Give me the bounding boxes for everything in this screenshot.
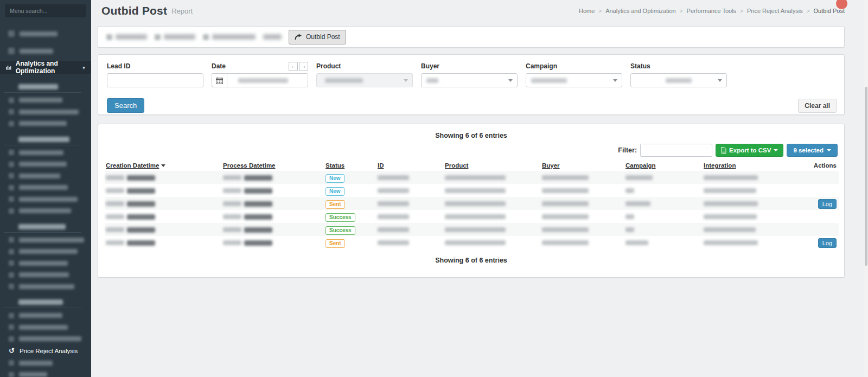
column-header-process-datetime[interactable]: Process Datetime bbox=[222, 160, 324, 171]
table-filter-input[interactable] bbox=[640, 144, 712, 157]
results-panel: Showing 6 of 6 entries Filter: Export to… bbox=[98, 124, 845, 278]
sidebar-item-redacted[interactable] bbox=[0, 42, 91, 60]
sidebar-item-redacted[interactable] bbox=[0, 194, 91, 206]
cell-process-datetime bbox=[222, 184, 324, 197]
redacted-text bbox=[19, 150, 63, 155]
column-header-buyer[interactable]: Buyer bbox=[541, 160, 624, 171]
redacted-text bbox=[127, 227, 155, 233]
sidebar-item-redacted[interactable] bbox=[0, 333, 91, 345]
sidebar-item-redacted[interactable] bbox=[0, 94, 91, 106]
calendar-addon[interactable] bbox=[212, 73, 227, 87]
table-toolbar: Filter: Export to CSV 9 selected bbox=[105, 144, 838, 157]
redacted-text bbox=[127, 214, 155, 220]
redacted-text bbox=[704, 227, 756, 232]
date-range-input[interactable] bbox=[227, 73, 308, 87]
sidebar-item-redacted[interactable] bbox=[0, 246, 91, 258]
redacted-text bbox=[244, 201, 272, 207]
breadcrumb-analytics[interactable]: Analytics and Optimization bbox=[605, 8, 676, 14]
scrollbar-thumb[interactable] bbox=[865, 87, 867, 266]
search-button[interactable]: Search bbox=[107, 98, 144, 113]
page-subtitle: Report bbox=[171, 7, 193, 15]
caret-down-icon bbox=[774, 149, 778, 151]
sidebar-item-redacted[interactable] bbox=[0, 269, 91, 281]
column-header-campaign[interactable]: Campaign bbox=[624, 160, 703, 171]
date-next-button[interactable]: → bbox=[299, 62, 308, 71]
sidebar-item-redacted[interactable] bbox=[0, 369, 91, 377]
sidebar-item-redacted[interactable] bbox=[0, 25, 91, 42]
cell-buyer bbox=[541, 197, 624, 210]
menu-item-icon bbox=[9, 272, 14, 278]
cell-creation-datetime bbox=[105, 223, 222, 236]
sidebar-item-redacted[interactable] bbox=[0, 170, 91, 182]
column-header-id[interactable]: ID bbox=[376, 160, 444, 171]
sidebar-item-price-reject-analysis[interactable]: ↺Price Reject Analysis bbox=[0, 345, 91, 357]
sidebar-item-redacted[interactable] bbox=[0, 106, 91, 118]
sidebar-item-redacted[interactable] bbox=[0, 281, 91, 293]
redacted-text bbox=[127, 188, 155, 194]
breadcrumb-price-reject-analysis[interactable]: Price Reject Analysis bbox=[747, 8, 803, 14]
menu-item-icon bbox=[9, 260, 14, 266]
sidebar-item-redacted[interactable] bbox=[0, 147, 91, 159]
column-header-integration[interactable]: Integration bbox=[703, 160, 789, 171]
redacted-text bbox=[19, 174, 60, 178]
lead-id-input[interactable] bbox=[112, 76, 198, 84]
redacted-buyer-value bbox=[426, 78, 438, 83]
sidebar-item-redacted[interactable] bbox=[0, 357, 91, 369]
table-body: NewNewSentLogSuccessSuccessSentLog bbox=[105, 171, 839, 249]
log-button[interactable]: Log bbox=[818, 199, 837, 209]
menu-item-icon bbox=[9, 372, 14, 377]
redacted-text bbox=[542, 240, 589, 245]
sidebar-item-label: Price Reject Analysis bbox=[20, 348, 78, 354]
menu-item-icon bbox=[9, 98, 14, 103]
page-scrollbar[interactable] bbox=[864, 0, 868, 377]
cell-id bbox=[376, 171, 444, 184]
tab-redacted[interactable] bbox=[106, 34, 147, 40]
sidebar-item-redacted[interactable] bbox=[0, 234, 91, 246]
campaign-select[interactable] bbox=[526, 73, 622, 87]
column-header-creation-datetime[interactable]: Creation Datetime bbox=[105, 160, 222, 171]
sidebar-item-analytics-and-optimization[interactable]: Analytics and Optimization ▾ bbox=[0, 61, 91, 74]
tab-bar: Outbid Post bbox=[98, 26, 845, 48]
cell-id bbox=[376, 184, 444, 197]
breadcrumb-home[interactable]: Home bbox=[579, 8, 595, 14]
sidebar-item-redacted[interactable] bbox=[0, 258, 91, 270]
breadcrumb-performance-tools[interactable]: Performance Tools bbox=[687, 8, 737, 14]
tab-redacted[interactable] bbox=[263, 34, 282, 40]
sidebar-item-redacted[interactable] bbox=[0, 322, 91, 334]
cell-integration bbox=[703, 184, 789, 197]
sidebar-item-redacted[interactable] bbox=[0, 205, 91, 217]
redacted-text bbox=[244, 227, 272, 233]
table-row: SentLog bbox=[105, 197, 839, 210]
menu-item-icon bbox=[9, 249, 14, 254]
menu-item-icon bbox=[9, 313, 14, 318]
tab-redacted[interactable] bbox=[155, 34, 195, 40]
redacted-text bbox=[542, 214, 589, 219]
clear-all-button[interactable]: Clear all bbox=[798, 99, 837, 113]
redacted-text bbox=[19, 110, 79, 114]
menu-item-icon bbox=[9, 150, 14, 155]
sidebar-item-redacted[interactable] bbox=[0, 158, 91, 170]
showing-entries-top: Showing 6 of 6 entries bbox=[105, 129, 838, 143]
column-header-status[interactable]: Status bbox=[324, 160, 376, 171]
redacted-text bbox=[19, 162, 67, 167]
date-prev-button[interactable]: ← bbox=[289, 62, 298, 71]
export-csv-button[interactable]: Export to CSV bbox=[716, 144, 783, 157]
buyer-select[interactable] bbox=[421, 73, 518, 87]
sidebar-item-redacted[interactable] bbox=[0, 182, 91, 194]
cell-product bbox=[444, 236, 541, 249]
column-header-product[interactable]: Product bbox=[444, 160, 541, 171]
sidebar-item-redacted[interactable] bbox=[0, 118, 91, 130]
sidebar-search-box[interactable] bbox=[5, 4, 86, 17]
menu-item-icon bbox=[9, 360, 14, 366]
tab-outbid-post[interactable]: Outbid Post bbox=[289, 30, 346, 44]
redacted-text bbox=[445, 201, 506, 206]
log-button[interactable]: Log bbox=[818, 238, 837, 248]
sidebar-item-redacted[interactable] bbox=[0, 310, 91, 322]
filter-group-buyer: Buyer bbox=[421, 61, 518, 87]
columns-selected-button[interactable]: 9 selected bbox=[787, 144, 838, 157]
status-select[interactable] bbox=[630, 73, 727, 87]
tab-icon bbox=[106, 34, 112, 40]
cell-buyer bbox=[541, 223, 624, 236]
menu-search-input[interactable] bbox=[10, 8, 83, 14]
tab-redacted[interactable] bbox=[203, 34, 256, 40]
